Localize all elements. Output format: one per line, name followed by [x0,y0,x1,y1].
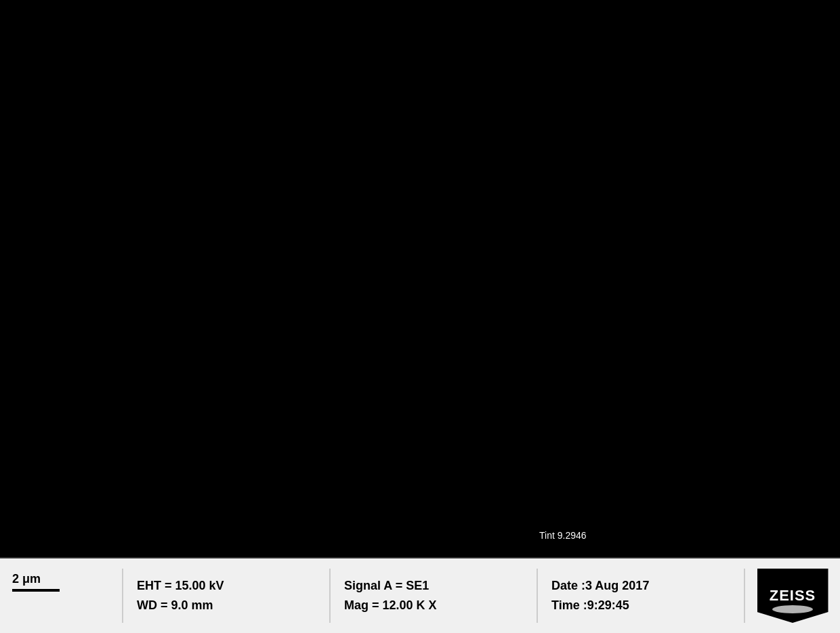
zeiss-section: ZEISS [745,565,840,626]
zeiss-logo: ZEISS [757,569,828,623]
eht-wd-section: EHT = 15.00 kV WD = 9.0 mm [123,565,329,626]
wd-label: WD = 9.0 mm [137,596,316,615]
signal-label: Signal A = SE1 [344,576,523,596]
info-bar: 2 μm EHT = 15.00 kV WD = 9.0 mm Signal A… [0,557,840,633]
main-container: Tint 9.2946 2 μm EHT = 15.00 kV WD = 9.0… [0,0,840,633]
signal-mag-section: Signal A = SE1 Mag = 12.00 K X [331,565,537,626]
zeiss-logo-bottom-decoration [772,605,813,613]
mag-label: Mag = 12.00 K X [344,596,523,615]
date-time-section: Date :3 Aug 2017 Time :9:29:45 [538,565,744,626]
scale-section: 2 μm [0,565,122,626]
scale-value: 2 μm [12,572,108,586]
sem-image-area: Tint 9.2946 [0,0,840,557]
date-label: Date :3 Aug 2017 [551,576,730,596]
eht-label: EHT = 15.00 kV [137,576,316,596]
scale-bar [12,589,60,592]
time-label: Time :9:29:45 [551,596,730,615]
scale-bar-container [12,589,108,592]
zeiss-text: ZEISS [770,587,816,605]
tint-label: Tint 9.2946 [539,530,587,541]
